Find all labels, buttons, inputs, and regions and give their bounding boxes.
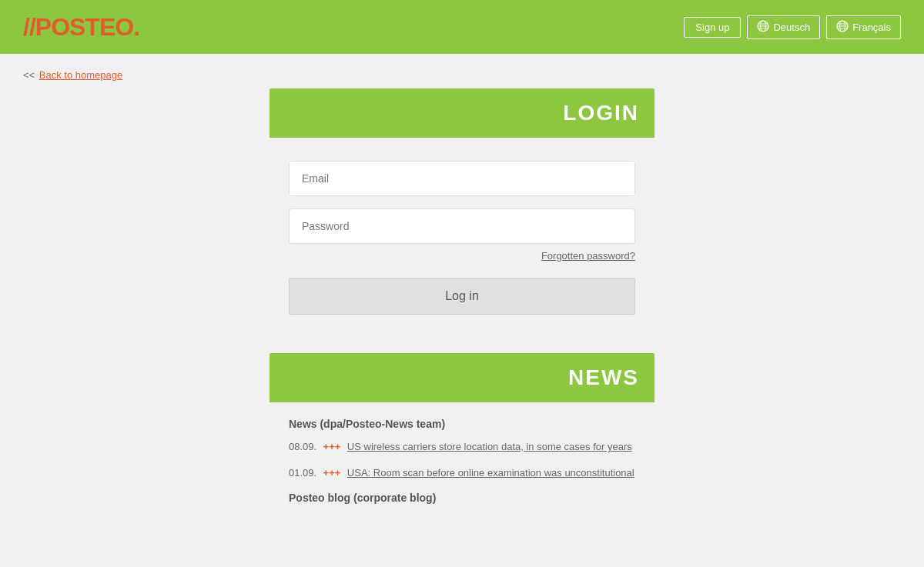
header-buttons: Sign up Deutsch: [684, 15, 901, 39]
news-item-2: 01.09. +++ USA: Room scan before online …: [289, 465, 635, 479]
site-header: //POSTEO. Sign up Deutsch: [0, 0, 924, 54]
news-item-1: 08.09. +++ US wireless carriers store lo…: [289, 439, 635, 453]
password-field[interactable]: [289, 208, 635, 244]
news-header: NEWS: [270, 353, 654, 402]
deutsch-label: Deutsch: [773, 22, 810, 33]
news-section-label: News (dpa/Posteo-News team): [289, 418, 635, 430]
news-box: NEWS News (dpa/Posteo-News team) 08.09. …: [270, 353, 654, 519]
globe-icon-fr: [836, 20, 849, 35]
forgotten-link-container: Forgotten password?: [289, 248, 635, 262]
login-header: LOGIN: [270, 88, 654, 138]
back-to-homepage-link[interactable]: Back to homepage: [39, 69, 122, 81]
news-title: NEWS: [568, 365, 639, 389]
francais-button[interactable]: Français: [826, 15, 901, 39]
logo-text: //POSTEO: [23, 13, 133, 41]
news-plus-2: +++: [323, 467, 341, 479]
news-link-1[interactable]: US wireless carriers store location data…: [347, 441, 632, 452]
site-logo: //POSTEO.: [23, 13, 139, 42]
email-field[interactable]: [289, 161, 635, 196]
news-link-2[interactable]: USA: Room scan before online examination…: [347, 467, 634, 479]
globe-icon-de: [757, 20, 769, 35]
news-plus-1: +++: [323, 441, 341, 452]
francais-label: Français: [852, 22, 891, 33]
news-date-1: 08.09.: [289, 441, 316, 452]
blog-label: Posteo blog (corporate blog): [289, 492, 635, 504]
back-link-container: << Back to homepage: [23, 69, 901, 81]
login-box: LOGIN Forgotten password? Log in: [270, 88, 654, 338]
main-content: << Back to homepage LOGIN Forgotten pass…: [0, 54, 924, 535]
signup-button[interactable]: Sign up: [684, 17, 741, 38]
logo-dot: .: [133, 13, 139, 41]
deutsch-button[interactable]: Deutsch: [747, 15, 820, 39]
login-button[interactable]: Log in: [289, 278, 635, 315]
login-title: LOGIN: [563, 101, 639, 125]
news-body: News (dpa/Posteo-News team) 08.09. +++ U…: [270, 402, 654, 519]
forgotten-password-link[interactable]: Forgotten password?: [541, 250, 635, 262]
login-body: Forgotten password? Log in: [270, 138, 654, 338]
news-date-2: 01.09.: [289, 467, 316, 479]
back-arrow: <<: [23, 69, 38, 81]
